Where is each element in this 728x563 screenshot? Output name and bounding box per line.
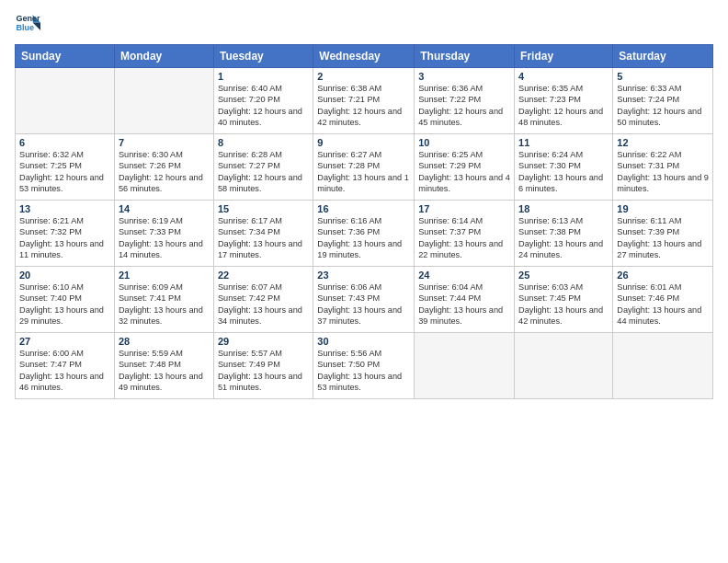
day-info: Sunrise: 6:36 AM Sunset: 7:22 PM Dayligh… — [418, 83, 510, 129]
day-number: 30 — [317, 336, 410, 347]
day-number: 21 — [119, 270, 210, 281]
day-info: Sunrise: 6:14 AM Sunset: 7:37 PM Dayligh… — [418, 215, 510, 261]
day-number: 22 — [218, 270, 309, 281]
calendar-day-cell: 26Sunrise: 6:01 AM Sunset: 7:46 PM Dayli… — [613, 267, 713, 333]
calendar-day-cell: 14Sunrise: 6:19 AM Sunset: 7:33 PM Dayli… — [114, 201, 213, 267]
day-number: 10 — [418, 137, 510, 148]
day-number: 26 — [617, 270, 709, 281]
day-info: Sunrise: 6:27 AM Sunset: 7:28 PM Dayligh… — [317, 149, 410, 195]
calendar-day-cell: 5Sunrise: 6:33 AM Sunset: 7:24 PM Daylig… — [613, 68, 713, 134]
calendar-day-cell: 17Sunrise: 6:14 AM Sunset: 7:37 PM Dayli… — [415, 201, 515, 267]
calendar-day-cell: 23Sunrise: 6:06 AM Sunset: 7:43 PM Dayli… — [313, 267, 415, 333]
calendar-day-cell: 19Sunrise: 6:11 AM Sunset: 7:39 PM Dayli… — [613, 201, 713, 267]
day-info: Sunrise: 6:16 AM Sunset: 7:36 PM Dayligh… — [317, 215, 410, 261]
day-info: Sunrise: 6:35 AM Sunset: 7:23 PM Dayligh… — [518, 83, 609, 129]
day-info: Sunrise: 6:03 AM Sunset: 7:45 PM Dayligh… — [518, 282, 609, 327]
svg-text:Blue: Blue — [16, 23, 34, 32]
day-info: Sunrise: 6:17 AM Sunset: 7:34 PM Dayligh… — [218, 215, 309, 261]
day-info: Sunrise: 6:33 AM Sunset: 7:24 PM Dayligh… — [617, 83, 709, 129]
day-number: 11 — [518, 137, 609, 148]
calendar-weekday-header: Saturday — [613, 45, 713, 68]
logo: General Blue — [15, 11, 42, 37]
day-number: 13 — [19, 203, 110, 214]
day-number: 1 — [218, 71, 309, 82]
page-container: General Blue SundayMondayTuesdayWednesda… — [0, 0, 728, 407]
calendar-day-cell — [16, 68, 115, 134]
calendar-day-cell — [613, 333, 713, 399]
day-info: Sunrise: 6:13 AM Sunset: 7:38 PM Dayligh… — [518, 215, 609, 261]
calendar-day-cell: 9Sunrise: 6:27 AM Sunset: 7:28 PM Daylig… — [313, 134, 415, 201]
day-number: 17 — [418, 203, 510, 214]
day-info: Sunrise: 6:00 AM Sunset: 7:47 PM Dayligh… — [19, 348, 110, 394]
day-number: 16 — [317, 203, 410, 214]
logo-icon: General Blue — [15, 11, 40, 37]
calendar-day-cell: 4Sunrise: 6:35 AM Sunset: 7:23 PM Daylig… — [515, 68, 613, 134]
day-info: Sunrise: 6:21 AM Sunset: 7:32 PM Dayligh… — [19, 215, 110, 261]
calendar-weekday-header: Thursday — [415, 45, 515, 68]
day-number: 5 — [617, 71, 709, 82]
calendar-weekday-header: Wednesday — [313, 45, 415, 68]
calendar-week-row: 6Sunrise: 6:32 AM Sunset: 7:25 PM Daylig… — [16, 134, 713, 201]
day-number: 4 — [518, 71, 609, 82]
day-number: 25 — [518, 270, 609, 281]
day-number: 19 — [617, 203, 709, 214]
day-info: Sunrise: 6:22 AM Sunset: 7:31 PM Dayligh… — [617, 149, 709, 195]
calendar-day-cell: 25Sunrise: 6:03 AM Sunset: 7:45 PM Dayli… — [515, 267, 613, 333]
day-info: Sunrise: 6:19 AM Sunset: 7:33 PM Dayligh… — [119, 215, 210, 261]
calendar-day-cell: 20Sunrise: 6:10 AM Sunset: 7:40 PM Dayli… — [16, 267, 115, 333]
calendar-day-cell: 27Sunrise: 6:00 AM Sunset: 7:47 PM Dayli… — [16, 333, 115, 399]
day-number: 12 — [617, 137, 709, 148]
calendar-day-cell: 7Sunrise: 6:30 AM Sunset: 7:26 PM Daylig… — [114, 134, 213, 201]
day-number: 8 — [218, 137, 309, 148]
day-info: Sunrise: 6:09 AM Sunset: 7:41 PM Dayligh… — [119, 282, 210, 327]
calendar-header-row: SundayMondayTuesdayWednesdayThursdayFrid… — [16, 45, 713, 68]
calendar-day-cell: 15Sunrise: 6:17 AM Sunset: 7:34 PM Dayli… — [213, 201, 313, 267]
calendar-weekday-header: Monday — [114, 45, 213, 68]
day-number: 14 — [119, 203, 210, 214]
calendar-day-cell: 3Sunrise: 6:36 AM Sunset: 7:22 PM Daylig… — [415, 68, 515, 134]
day-number: 18 — [518, 203, 609, 214]
day-info: Sunrise: 6:30 AM Sunset: 7:26 PM Dayligh… — [119, 149, 210, 195]
calendar-day-cell: 18Sunrise: 6:13 AM Sunset: 7:38 PM Dayli… — [515, 201, 613, 267]
calendar-weekday-header: Tuesday — [213, 45, 313, 68]
calendar-day-cell: 2Sunrise: 6:38 AM Sunset: 7:21 PM Daylig… — [313, 68, 415, 134]
day-number: 9 — [317, 137, 410, 148]
calendar-weekday-header: Friday — [515, 45, 613, 68]
day-number: 27 — [19, 336, 110, 347]
page-header: General Blue — [15, 11, 713, 37]
calendar-day-cell — [114, 68, 213, 134]
calendar-day-cell: 12Sunrise: 6:22 AM Sunset: 7:31 PM Dayli… — [613, 134, 713, 201]
day-info: Sunrise: 6:38 AM Sunset: 7:21 PM Dayligh… — [317, 83, 410, 129]
calendar-day-cell: 8Sunrise: 6:28 AM Sunset: 7:27 PM Daylig… — [213, 134, 313, 201]
calendar-weekday-header: Sunday — [16, 45, 115, 68]
day-number: 2 — [317, 71, 410, 82]
day-info: Sunrise: 6:04 AM Sunset: 7:44 PM Dayligh… — [418, 282, 510, 327]
day-info: Sunrise: 6:07 AM Sunset: 7:42 PM Dayligh… — [218, 282, 309, 327]
calendar-week-row: 27Sunrise: 6:00 AM Sunset: 7:47 PM Dayli… — [16, 333, 713, 399]
calendar-day-cell: 24Sunrise: 6:04 AM Sunset: 7:44 PM Dayli… — [415, 267, 515, 333]
day-number: 29 — [218, 336, 309, 347]
day-info: Sunrise: 5:57 AM Sunset: 7:49 PM Dayligh… — [218, 348, 309, 394]
day-info: Sunrise: 6:01 AM Sunset: 7:46 PM Dayligh… — [617, 282, 709, 327]
day-number: 15 — [218, 203, 309, 214]
calendar-table: SundayMondayTuesdayWednesdayThursdayFrid… — [15, 44, 713, 399]
day-number: 24 — [418, 270, 510, 281]
day-info: Sunrise: 6:24 AM Sunset: 7:30 PM Dayligh… — [518, 149, 609, 195]
day-info: Sunrise: 6:10 AM Sunset: 7:40 PM Dayligh… — [19, 282, 110, 327]
calendar-day-cell: 28Sunrise: 5:59 AM Sunset: 7:48 PM Dayli… — [114, 333, 213, 399]
day-info: Sunrise: 6:32 AM Sunset: 7:25 PM Dayligh… — [19, 149, 110, 195]
calendar-day-cell: 11Sunrise: 6:24 AM Sunset: 7:30 PM Dayli… — [515, 134, 613, 201]
day-info: Sunrise: 6:25 AM Sunset: 7:29 PM Dayligh… — [418, 149, 510, 195]
calendar-day-cell: 29Sunrise: 5:57 AM Sunset: 7:49 PM Dayli… — [213, 333, 313, 399]
calendar-day-cell: 1Sunrise: 6:40 AM Sunset: 7:20 PM Daylig… — [213, 68, 313, 134]
day-info: Sunrise: 6:06 AM Sunset: 7:43 PM Dayligh… — [317, 282, 410, 327]
day-number: 7 — [119, 137, 210, 148]
day-number: 28 — [119, 336, 210, 347]
day-info: Sunrise: 6:40 AM Sunset: 7:20 PM Dayligh… — [218, 83, 309, 129]
calendar-day-cell: 10Sunrise: 6:25 AM Sunset: 7:29 PM Dayli… — [415, 134, 515, 201]
calendar-day-cell — [515, 333, 613, 399]
day-info: Sunrise: 5:59 AM Sunset: 7:48 PM Dayligh… — [119, 348, 210, 394]
calendar-day-cell: 30Sunrise: 5:56 AM Sunset: 7:50 PM Dayli… — [313, 333, 415, 399]
calendar-day-cell: 6Sunrise: 6:32 AM Sunset: 7:25 PM Daylig… — [16, 134, 115, 201]
day-info: Sunrise: 5:56 AM Sunset: 7:50 PM Dayligh… — [317, 348, 410, 394]
